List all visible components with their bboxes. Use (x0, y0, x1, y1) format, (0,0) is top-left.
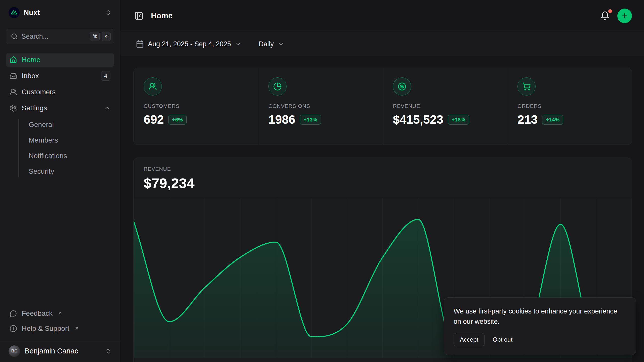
period-select[interactable]: Daily (256, 38, 287, 51)
stat-label: CONVERSIONS (268, 103, 373, 109)
sidebar-item-settings[interactable]: Settings (6, 101, 114, 115)
users-icon (144, 77, 162, 96)
search-shortcut: ⌘ K (90, 32, 111, 41)
sidebar-item-label: Settings (22, 104, 99, 112)
sidebar-item-inbox[interactable]: Inbox 4 (6, 69, 114, 83)
stat-value: 1986 (268, 113, 295, 126)
stat-value: 213 (517, 113, 538, 126)
avatar: BC (9, 345, 20, 357)
stat-label: REVENUE (393, 103, 497, 109)
stat-revenue[interactable]: REVENUE $415,523 +18% (383, 68, 507, 145)
sidebar-item-general[interactable]: General (26, 118, 114, 132)
date-range-label: Aug 21, 2025 - Sep 4, 2025 (148, 40, 231, 48)
user-menu[interactable]: BC Benjamin Canac (0, 340, 120, 362)
revenue-value: $79,234 (144, 175, 622, 191)
help-support-label: Help & Support (22, 325, 69, 333)
stat-change-badge: +18% (448, 115, 469, 125)
inbox-icon (10, 72, 17, 80)
gear-icon (10, 104, 17, 112)
sidebar-item-label: Customers (22, 88, 110, 96)
sidebar-footer: Feedback Help & Support (6, 307, 114, 340)
sidebar-item-security[interactable]: Security (26, 164, 114, 178)
sidebar-item-label: Inbox (22, 72, 96, 80)
period-label: Daily (259, 40, 274, 48)
external-link-icon (58, 309, 62, 317)
add-button[interactable] (617, 9, 632, 23)
sidebar-item-members[interactable]: Members (26, 133, 114, 147)
chevrons-up-down-icon (105, 9, 111, 16)
plus-icon (621, 12, 628, 20)
chevron-down-icon (235, 41, 242, 47)
sidebar-item-label: Home (22, 56, 110, 64)
stat-customers[interactable]: CUSTOMERS 692 +6% (134, 68, 258, 145)
cart-icon (517, 77, 536, 96)
notifications-button[interactable] (599, 10, 611, 22)
notification-dot (608, 9, 613, 14)
home-icon (10, 56, 17, 64)
sidebar-nav: Home Inbox 4 Customers Settings (6, 53, 114, 178)
kbd-cmd: ⌘ (90, 32, 100, 41)
page-header: Home (120, 0, 644, 32)
nuxt-logo-icon (9, 7, 20, 18)
stat-conversions[interactable]: CONVERSIONS 1986 +13% (258, 68, 383, 145)
users-icon (10, 88, 17, 96)
workspace-name: Nuxt (24, 9, 101, 17)
external-link-icon (74, 324, 79, 332)
chevrons-up-down-icon (105, 348, 111, 354)
opt-out-button[interactable]: Opt out (488, 333, 517, 346)
stat-change-badge: +13% (300, 115, 321, 125)
search-icon (11, 33, 18, 40)
help-support-link[interactable]: Help & Support (6, 322, 114, 335)
search-input[interactable] (21, 33, 87, 40)
user-name: Benjamin Canac (25, 347, 100, 355)
stats-row: CUSTOMERS 692 +6% CONVERSIONS 1986 +13% (133, 68, 632, 145)
stat-label: CUSTOMERS (144, 103, 248, 109)
cookie-banner: We use first-party cookies to enhance yo… (444, 297, 636, 355)
app-window: Nuxt ⌘ K Home (0, 0, 644, 362)
page-title: Home (151, 11, 173, 20)
workspace-selector[interactable]: Nuxt (6, 5, 114, 20)
collapse-sidebar-button[interactable] (133, 10, 145, 22)
sidebar-item-customers[interactable]: Customers (6, 85, 114, 99)
panel-left-close-icon (134, 11, 143, 20)
sidebar-item-home[interactable]: Home (6, 53, 114, 67)
info-circle-icon (10, 325, 17, 332)
stat-change-badge: +6% (168, 115, 187, 125)
circle-dollar-icon (393, 77, 411, 96)
message-bubble-icon (10, 310, 17, 317)
accept-cookies-button[interactable]: Accept (454, 333, 485, 346)
stat-orders[interactable]: ORDERS 213 +14% (507, 68, 632, 145)
pie-chart-icon (268, 77, 287, 96)
stat-value: $415,523 (393, 113, 443, 126)
date-range-picker[interactable]: Aug 21, 2025 - Sep 4, 2025 (133, 37, 245, 51)
stat-label: ORDERS (517, 103, 622, 109)
revenue-chart-header: REVENUE $79,234 (134, 158, 632, 198)
chevron-up-icon (104, 105, 110, 111)
search-box[interactable]: ⌘ K (6, 29, 114, 44)
sidebar: Nuxt ⌘ K Home (0, 0, 120, 362)
feedback-link[interactable]: Feedback (6, 307, 114, 320)
sidebar-item-notifications[interactable]: Notifications (26, 149, 114, 163)
kbd-k: K (102, 32, 111, 41)
calendar-icon (136, 40, 144, 48)
chevron-down-icon (278, 41, 284, 47)
cookie-message: We use first-party cookies to enhance yo… (454, 306, 626, 327)
revenue-label: REVENUE (144, 166, 622, 172)
stat-value: 692 (144, 113, 164, 126)
settings-subnav: General Members Notifications Security (6, 118, 114, 178)
sidebar-spacer (6, 178, 114, 307)
cookie-actions: Accept Opt out (454, 333, 626, 346)
stat-change-badge: +14% (542, 115, 563, 125)
main-area: Home Aug 21, 2025 - Sep 4, 2025 (120, 0, 644, 362)
filter-toolbar: Aug 21, 2025 - Sep 4, 2025 Daily (120, 32, 644, 56)
inbox-count-badge: 4 (101, 71, 110, 81)
feedback-label: Feedback (22, 309, 53, 318)
